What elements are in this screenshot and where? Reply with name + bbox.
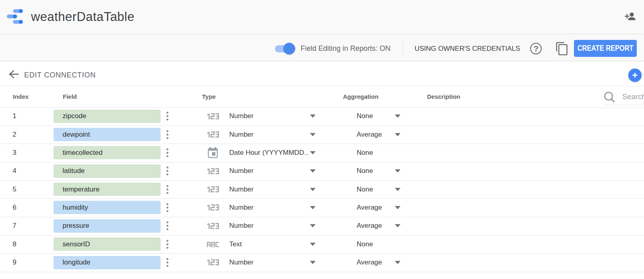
svg-text:?: ? [533, 44, 539, 53]
